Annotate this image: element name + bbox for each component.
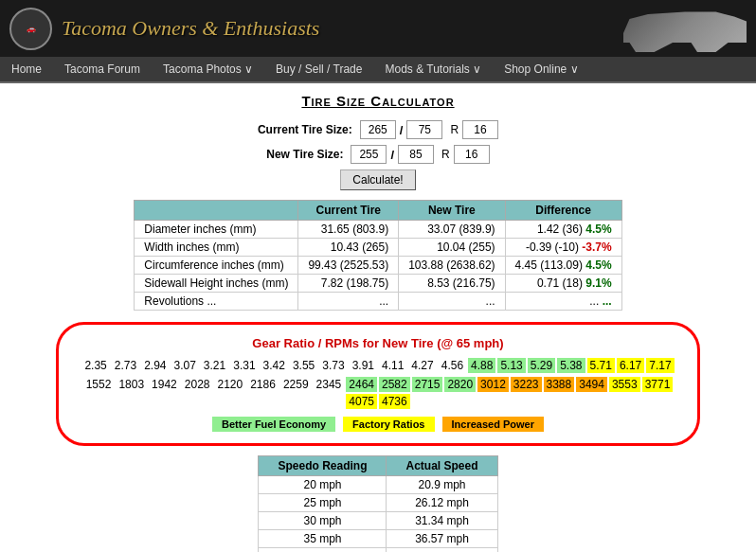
gear-ratio: 6.17 [617,358,644,373]
col-header-new: New Tire [399,201,505,221]
diff-pct: 4.5% [585,223,611,236]
current-aspect-input[interactable] [406,120,442,139]
gear-rpm: 3012 [477,377,509,392]
gear-rpm: 2259 [280,377,312,392]
gear-rpm: 3494 [576,377,607,392]
current-rim-input[interactable] [462,120,498,139]
gear-ratio: 5.38 [557,358,585,373]
gear-ratio: 3.21 [201,358,228,373]
sep2: / [390,148,394,162]
site-header: 🚗 Tacoma Owners & Enthusiasts [0,0,756,57]
speedo-row: 30 mph31.34 mph [259,512,497,530]
new-rim-input[interactable] [454,145,490,164]
actual-val: 36.57 mph [387,530,497,548]
gear-rpm: 2028 [182,377,213,392]
table-row: Circumference inches (mm) 99.43 (2525.53… [135,257,621,275]
gear-rpm: 4736 [379,394,410,409]
nav-photos[interactable]: Tacoma Photos ∨ [152,58,264,80]
nav-home[interactable]: Home [0,58,53,80]
gear-rpm: 2120 [214,377,245,392]
calculate-button[interactable]: Calculate! [340,169,415,190]
gear-ratio: 3.31 [230,358,258,373]
gear-legend: Better Fuel Economy Factory Ratios Incre… [78,417,678,432]
speedo-val: 20 mph [259,476,387,494]
new-val: 103.88 (2638.62) [399,257,505,275]
current-tire-row: Current Tire Size: / R [258,120,498,139]
new-val: 33.07 (839.9) [399,221,505,239]
table-row: Width inches (mm) 10.43 (265) 10.04 (255… [135,239,621,257]
current-r-label: R [450,123,459,136]
table-row: Diameter inches (mm) 31.65 (803.9) 33.07… [135,221,621,239]
gear-ratio: 2.73 [112,358,139,373]
gear-rpm: 2464 [346,377,377,392]
main-nav: Home Tacoma Forum Tacoma Photos ∨ Buy / … [0,57,756,83]
new-tire-label: New Tire Size: [266,148,343,161]
current-val: ... [298,293,399,311]
diff-val: 0.71 (18) 9.1% [505,275,621,293]
current-width-input[interactable] [360,120,396,139]
sep1: / [400,123,404,137]
gear-ratio: 7.17 [646,358,674,373]
gear-rpm: 2820 [444,377,476,392]
current-val: 99.43 (2525.53) [298,257,399,275]
row-label: Circumference inches (mm) [135,257,298,275]
gear-section: Gear Ratio / RPMs for New Tire (@ 65 mph… [56,322,700,446]
results-section: Current Tire New Tire Difference Diamete… [19,200,737,311]
legend-fuel-economy: Better Fuel Economy [212,417,335,432]
nav-mods[interactable]: Mods & Tutorials ∨ [373,58,493,80]
row-label: Revolutions ... [135,293,298,311]
speedo-col-header: Speedo Reading [259,456,387,476]
gear-ratio: 4.56 [439,358,466,373]
gear-ratio: 5.71 [587,358,615,373]
diff-val: -0.39 (-10) -3.7% [505,239,621,257]
gear-ratio: 4.11 [379,358,406,373]
tire-form: Current Tire Size: / R New Tire Size: / … [19,120,737,190]
gear-ratio: 3.91 [350,358,377,373]
diff-pct: 9.1% [585,276,611,290]
gear-ratios-row: 2.35 2.73 2.94 3.07 3.21 3.31 3.42 3.55 … [78,358,678,373]
nav-forum[interactable]: Tacoma Forum [53,58,152,80]
gear-ratio: 4.27 [408,358,436,373]
nav-shop[interactable]: Shop Online ∨ [493,58,589,80]
new-aspect-input[interactable] [398,145,434,164]
row-label: Diameter inches (mm) [135,221,298,239]
gear-ratio: 2.35 [81,358,109,373]
speedo-val: 40 mph [259,548,387,553]
col-header-diff: Difference [505,201,621,221]
gear-ratio: 2.94 [141,358,169,373]
gear-rpm: 1552 [83,377,115,392]
page-content: Tire Size Calculator Current Tire Size: … [0,83,756,552]
gear-rpm: 3388 [544,377,575,392]
actual-val: 41.79 mph [387,548,497,553]
gear-rpm: 3553 [609,377,640,392]
current-val: 10.43 (265) [298,239,399,257]
actual-val: 31.34 mph [387,512,497,530]
gear-ratio: 3.55 [290,358,317,373]
row-label: Width inches (mm) [135,239,298,257]
current-val: 31.65 (803.9) [298,221,399,239]
new-width-input[interactable] [351,145,387,164]
new-val: 8.53 (216.75) [399,275,505,293]
diff-val: ... ... [505,293,621,311]
gear-rpm: 1803 [116,377,147,392]
col-header-current: Current Tire [298,201,399,221]
speedo-row: 40 mph41.79 mph [259,548,497,553]
current-val: 7.82 (198.75) [298,275,399,293]
site-title: Tacoma Owners & Enthusiasts [62,16,319,41]
page-title: Tire Size Calculator [19,93,737,109]
speedo-row: 35 mph36.57 mph [259,530,497,548]
logo-icon: 🚗 [9,8,52,50]
logo-area: 🚗 Tacoma Owners & Enthusiasts [9,8,319,50]
gear-rpms-row: 1552 1803 1942 2028 2120 2186 2259 2345 … [78,377,678,409]
nav-trade[interactable]: Buy / Sell / Trade [264,58,373,80]
diff-val: 1.42 (36) 4.5% [505,221,621,239]
gear-ratio: 5.29 [528,358,555,373]
gear-ratio: 3.73 [319,358,347,373]
speedo-val: 30 mph [259,512,387,530]
speedo-val: 35 mph [259,530,387,548]
gear-ratio: 4.88 [468,358,495,373]
new-r-label: R [441,148,450,161]
gear-ratio: 3.42 [261,358,288,373]
gear-rpm: 4075 [346,394,377,409]
speedo-table: Speedo Reading Actual Speed 20 mph20.9 m… [258,455,497,552]
